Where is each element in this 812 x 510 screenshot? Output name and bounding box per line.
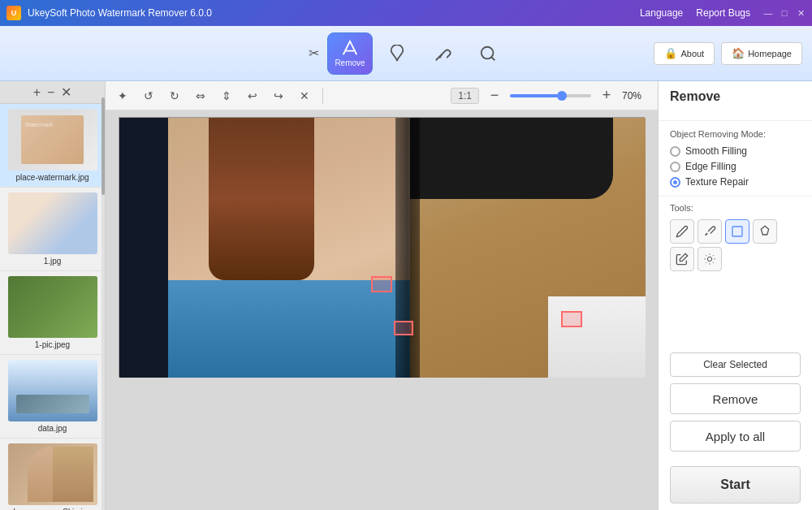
zoom-preset-label[interactable]: 1:1 bbox=[451, 88, 479, 104]
mode-label: Object Removing Mode: bbox=[670, 129, 801, 139]
crosshair-tool[interactable]: ✦ bbox=[112, 85, 133, 106]
title-bar: U UkeySoft Photo Watermark Remover 6.0.0… bbox=[0, 0, 812, 26]
scrollbar-thumb[interactable] bbox=[102, 97, 105, 195]
main-content: + − ✕ Watermark place-watermark.jpg 1.jp… bbox=[0, 81, 812, 510]
homepage-btn[interactable]: 🏠 Homepage bbox=[721, 42, 802, 65]
file-name-1: 1.jpg bbox=[44, 257, 62, 266]
scrollbar bbox=[102, 81, 105, 510]
zoom-slider[interactable] bbox=[510, 94, 591, 97]
app-logo: U bbox=[6, 6, 21, 20]
close-file-btn[interactable]: ✕ bbox=[61, 84, 71, 100]
canvas-viewport[interactable] bbox=[106, 110, 658, 510]
mode-texture[interactable]: Texture Repair bbox=[670, 176, 801, 188]
main-toolbar: ✂ Remove 🔒 About 🏠 Homepage bbox=[0, 26, 812, 81]
mode-radio-group: Smooth Filling Edge Filling Texture Repa… bbox=[670, 145, 801, 188]
zoom-controls: 1:1 − + 70% bbox=[451, 85, 651, 106]
smooth-label: Smooth Filling bbox=[685, 145, 747, 157]
canvas-image[interactable] bbox=[119, 117, 645, 377]
rotate-right-tool[interactable]: ↻ bbox=[164, 85, 185, 106]
window-controls: — □ ✕ bbox=[763, 8, 806, 18]
smooth-radio[interactable] bbox=[670, 146, 680, 157]
tools-label: Tools: bbox=[670, 203, 801, 213]
remove-btn[interactable]: Remove bbox=[670, 383, 801, 414]
zoom-plus-btn[interactable]: + bbox=[596, 85, 617, 106]
file-item-3[interactable]: data.jpg bbox=[0, 355, 105, 439]
rotate-left-tool[interactable]: ↺ bbox=[138, 85, 159, 106]
title-bar-right: Language Report Bugs — □ ✕ bbox=[640, 7, 806, 19]
file-thumb-0: Watermark bbox=[8, 109, 97, 171]
maximize-btn[interactable]: □ bbox=[780, 8, 789, 18]
edge-radio[interactable] bbox=[670, 162, 680, 172]
photo-content bbox=[119, 118, 646, 378]
zoom-minus-btn[interactable]: − bbox=[484, 85, 505, 106]
redo-tool[interactable]: ↪ bbox=[268, 85, 289, 106]
brush-tool[interactable] bbox=[698, 219, 722, 244]
clear-selected-btn[interactable]: Clear Selected bbox=[670, 352, 801, 377]
search-tool-btn[interactable] bbox=[467, 32, 509, 75]
report-bugs-btn[interactable]: Report Bugs bbox=[696, 7, 750, 19]
texture-label: Texture Repair bbox=[685, 176, 749, 188]
undo-tool[interactable]: ↩ bbox=[242, 85, 263, 106]
svg-rect-1 bbox=[732, 227, 742, 236]
app-title: UkeySoft Photo Watermark Remover 6.0.0 bbox=[28, 7, 212, 19]
brush-tool-btn[interactable] bbox=[421, 32, 464, 75]
crop-tool-btn[interactable]: ✂ bbox=[303, 43, 324, 64]
remove-tool-btn[interactable]: Remove bbox=[327, 32, 373, 75]
svg-marker-2 bbox=[761, 226, 768, 235]
flip-v-tool[interactable]: ⇕ bbox=[216, 85, 237, 106]
cancel-tool[interactable]: ✕ bbox=[294, 85, 315, 106]
toolbar-right-buttons: 🔒 About 🏠 Homepage bbox=[654, 42, 802, 65]
file-item-4[interactable]: Improve your Skin.jpg bbox=[0, 439, 105, 510]
tools-grid bbox=[670, 219, 801, 271]
remove-file-btn[interactable]: − bbox=[47, 85, 54, 100]
mode-section: Object Removing Mode: Smooth Filling Edg… bbox=[659, 121, 812, 197]
add-file-btn[interactable]: + bbox=[33, 85, 41, 100]
file-thumb-3 bbox=[8, 360, 97, 421]
remove-title-section: Remove bbox=[659, 81, 812, 121]
zoom-percent-label: 70% bbox=[622, 90, 651, 102]
svg-point-0 bbox=[482, 46, 494, 58]
minimize-btn[interactable]: — bbox=[763, 8, 773, 18]
fill-tool-btn[interactable] bbox=[376, 32, 418, 75]
file-name-0: place-watermark.jpg bbox=[15, 173, 89, 182]
title-bar-left: U UkeySoft Photo Watermark Remover 6.0.0 bbox=[6, 6, 212, 20]
close-btn[interactable]: ✕ bbox=[796, 8, 806, 18]
file-thumb-2 bbox=[8, 276, 97, 338]
pen-tool[interactable] bbox=[670, 219, 694, 244]
mode-smooth[interactable]: Smooth Filling bbox=[670, 145, 801, 157]
file-item-2[interactable]: 1-pic.jpeg bbox=[0, 271, 105, 355]
toolbar-separator bbox=[322, 88, 323, 104]
selection-marker-2 bbox=[561, 311, 582, 327]
file-item-1[interactable]: 1.jpg bbox=[0, 188, 105, 271]
file-list-panel: + − ✕ Watermark place-watermark.jpg 1.jp… bbox=[0, 81, 106, 510]
rect-select-tool[interactable] bbox=[725, 219, 749, 244]
about-btn[interactable]: 🔒 About bbox=[654, 42, 715, 65]
texture-radio[interactable] bbox=[670, 177, 680, 188]
tools-section: Tools: bbox=[659, 197, 812, 278]
lasso-tool[interactable] bbox=[753, 219, 777, 244]
paint-tool[interactable] bbox=[670, 247, 694, 271]
file-name-2: 1-pic.jpeg bbox=[35, 340, 70, 349]
selection-marker-0 bbox=[371, 276, 392, 292]
panel-spacer bbox=[659, 278, 812, 344]
language-btn[interactable]: Language bbox=[640, 7, 683, 19]
magic-wand-tool[interactable] bbox=[698, 247, 722, 271]
mode-edge[interactable]: Edge Filling bbox=[670, 161, 801, 172]
svg-marker-3 bbox=[680, 253, 687, 261]
file-list-header: + − ✕ bbox=[0, 81, 105, 104]
selection-marker-1 bbox=[394, 321, 413, 335]
file-thumb-1 bbox=[8, 192, 97, 254]
apply-to-all-btn[interactable]: Apply to all bbox=[670, 421, 801, 452]
zoom-slider-thumb[interactable] bbox=[557, 91, 567, 101]
panel-title: Remove bbox=[670, 89, 801, 104]
flip-h-tool[interactable]: ⇔ bbox=[190, 85, 211, 106]
right-panel: Remove Object Removing Mode: Smooth Fill… bbox=[658, 81, 812, 510]
canvas-toolbar: ✦ ↺ ↻ ⇔ ⇕ ↩ ↪ ✕ 1:1 − + 70% bbox=[106, 81, 658, 110]
edge-label: Edge Filling bbox=[685, 161, 736, 172]
file-thumb-4 bbox=[8, 443, 97, 505]
file-item-0[interactable]: Watermark place-watermark.jpg bbox=[0, 104, 105, 188]
start-btn[interactable]: Start bbox=[670, 466, 801, 504]
canvas-area: ✦ ↺ ↻ ⇔ ⇕ ↩ ↪ ✕ 1:1 − + 70% bbox=[106, 81, 658, 510]
action-buttons: Clear Selected Remove Apply to all bbox=[659, 344, 812, 460]
file-name-3: data.jpg bbox=[38, 424, 67, 433]
